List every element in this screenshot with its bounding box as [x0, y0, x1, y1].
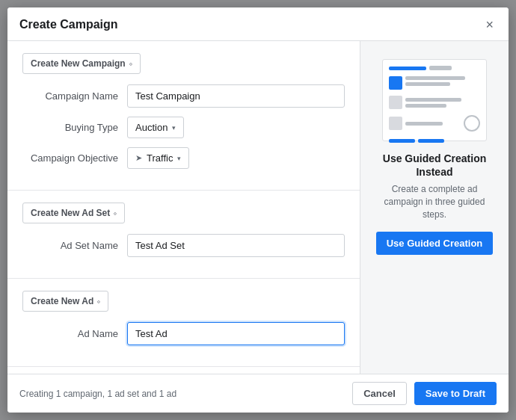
illus-circle-row	[405, 115, 480, 132]
left-panel: Create New Campaign ⬦ Campaign Name Buyi…	[7, 41, 360, 374]
footer-info-text: Creating 1 campaign, 1 ad set and 1 ad	[19, 389, 176, 399]
buying-type-arrow: ▾	[172, 124, 176, 132]
campaign-section: Create New Campaign ⬦ Campaign Name Buyi…	[7, 41, 360, 191]
buying-type-label: Buying Type	[22, 122, 127, 133]
campaign-objective-value: Traffic	[147, 152, 173, 164]
save-to-draft-button[interactable]: Save to Draft	[414, 382, 497, 405]
modal-body: Create New Campaign ⬦ Campaign Name Buyi…	[7, 41, 509, 374]
illus-blue-rect	[389, 76, 402, 90]
campaign-objective-row: Campaign Objective ➤ Traffic ▾	[22, 147, 345, 169]
illus-grid-row1	[389, 76, 480, 90]
campaign-section-header: Create New Campaign ⬦	[22, 53, 345, 74]
campaign-name-input[interactable]	[127, 84, 345, 108]
illus-bar2	[405, 82, 450, 86]
create-new-campaign-label: Create New Campaign	[31, 58, 126, 69]
create-new-campaign-button[interactable]: Create New Campaign ⬦	[22, 53, 141, 74]
ad-set-section: Create New Ad Set ⬦ Ad Set Name	[7, 191, 360, 279]
campaign-name-row: Campaign Name	[22, 84, 345, 108]
illus-top-bar	[389, 66, 480, 70]
illus-circle	[464, 115, 480, 132]
use-guided-creation-button[interactable]: Use Guided Creation	[376, 232, 494, 255]
guided-creation-description: Create a complete ad campaign in three g…	[372, 183, 497, 220]
guided-creation-title: Use Guided Creation Instead	[372, 152, 497, 179]
buying-type-value: Auction	[135, 122, 168, 133]
create-new-ad-label: Create New Ad	[31, 296, 93, 306]
guided-creation-illustration	[382, 59, 487, 141]
ad-set-name-input[interactable]	[127, 234, 345, 257]
ad-section-header: Create New Ad ⬦	[22, 291, 345, 312]
ad-name-label: Ad Name	[22, 328, 127, 339]
buying-type-select[interactable]: Auction ▾	[127, 117, 184, 138]
ad-set-name-row: Ad Set Name	[22, 234, 345, 257]
illus-grid-row2	[389, 96, 480, 109]
illus-bottom-blue2	[418, 139, 444, 143]
ad-name-input[interactable]	[127, 322, 345, 345]
create-new-ad-set-button[interactable]: Create New Ad Set ⬦	[22, 203, 125, 223]
campaign-objective-label: Campaign Objective	[22, 152, 127, 164]
campaign-name-label: Campaign Name	[22, 90, 127, 102]
illus-grey-bar	[429, 66, 452, 70]
ad-section: Create New Ad ⬦ Ad Name	[7, 279, 360, 367]
illus-grid-row3	[389, 115, 480, 132]
buying-type-row: Buying Type Auction ▾	[22, 117, 345, 138]
illus-bars-col3	[405, 122, 459, 126]
create-new-ad-button[interactable]: Create New Ad ⬦	[22, 291, 108, 312]
ad-set-button-arrow: ⬦	[113, 209, 117, 217]
create-campaign-modal: Create Campaign × Create New Campaign ⬦ …	[7, 7, 509, 413]
ad-set-name-label: Ad Set Name	[22, 240, 127, 251]
campaign-objective-select[interactable]: ➤ Traffic ▾	[127, 147, 189, 169]
modal-header: Create Campaign ×	[7, 7, 509, 41]
illus-bars-col2	[405, 96, 480, 109]
create-new-ad-set-label: Create New Ad Set	[31, 208, 110, 218]
illus-bar3	[405, 98, 461, 102]
ad-name-row: Ad Name	[22, 322, 345, 345]
illus-grey-rect	[389, 96, 402, 109]
cursor-icon: ➤	[135, 153, 142, 163]
objective-arrow: ▾	[177, 155, 181, 162]
illus-blue-bar	[389, 67, 426, 70]
cancel-button[interactable]: Cancel	[352, 382, 407, 405]
ad-button-arrow: ⬦	[96, 297, 100, 305]
footer-actions: Cancel Save to Draft	[352, 382, 497, 405]
illus-bar1	[405, 76, 465, 80]
campaign-button-arrow: ⬦	[129, 60, 132, 67]
modal-backdrop: Create Campaign × Create New Campaign ⬦ …	[0, 0, 516, 420]
illus-bottom-bars	[389, 139, 480, 143]
illus-grey-rect2	[389, 117, 402, 130]
ad-set-section-header: Create New Ad Set ⬦	[22, 203, 345, 223]
modal-title: Create Campaign	[19, 18, 118, 31]
illus-bar5	[405, 122, 443, 126]
right-panel: Use Guided Creation Instead Create a com…	[360, 41, 509, 374]
modal-footer: Creating 1 campaign, 1 ad set and 1 ad C…	[7, 374, 509, 413]
illus-bar4	[405, 104, 446, 108]
illus-bottom-blue1	[389, 139, 415, 143]
close-button[interactable]: ×	[482, 18, 497, 31]
illus-bars-col	[405, 76, 480, 90]
